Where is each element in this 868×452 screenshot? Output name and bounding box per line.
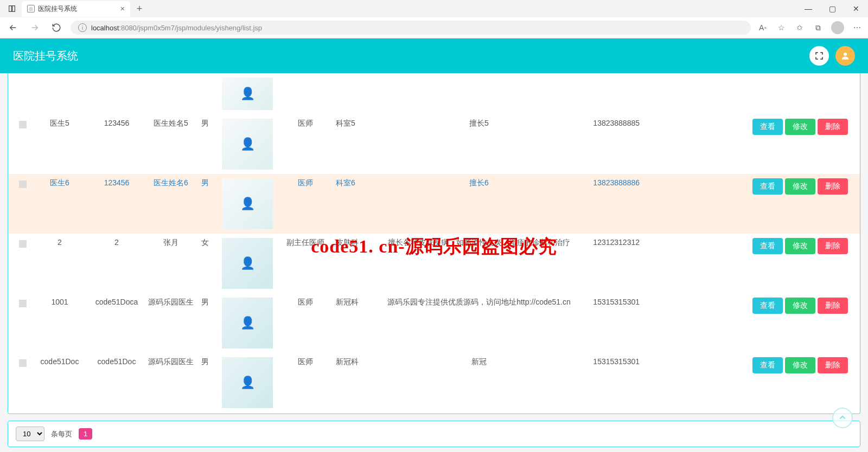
profile-avatar-icon[interactable]	[831, 21, 844, 34]
page-number-1[interactable]: 1	[79, 428, 92, 440]
svg-point-2	[844, 53, 847, 56]
cell-title: 医师	[278, 353, 333, 412]
cell-specialty: 新冠	[376, 353, 582, 412]
table-row: 医生6123456医生姓名6男👤医师科室6擅长613823888886查看修改删…	[8, 174, 860, 234]
window-minimize-icon[interactable]: —	[796, 0, 820, 17]
view-button[interactable]: 查看	[752, 298, 783, 314]
view-button[interactable]: 查看	[752, 238, 783, 254]
table-row: code51Doccode51Doc源码乐园医生男👤医师新冠科新冠1531531…	[8, 353, 860, 412]
doctor-photo: 👤	[222, 78, 273, 110]
page-size-select[interactable]: 10	[16, 427, 44, 441]
cell-dept: 科室6	[333, 174, 376, 234]
cell-gender: 男	[198, 114, 219, 174]
view-button[interactable]: 查看	[752, 119, 783, 135]
delete-button[interactable]: 删除	[818, 238, 848, 254]
app-header: 医院挂号系统	[0, 38, 868, 73]
nav-back-button[interactable]	[5, 20, 21, 35]
delete-button[interactable]: 删除	[818, 119, 848, 135]
window-maximize-icon[interactable]: ▢	[820, 0, 844, 17]
cell-password: code51Doca	[90, 293, 144, 353]
cell-specialty: 擅长5	[376, 114, 582, 174]
doctor-photo: 👤	[222, 178, 273, 229]
app-title: 医院挂号系统	[13, 49, 78, 63]
table-row: 22张月女👤副主任医师皮肤科擅长各种皮肤疾病，如脂溢性皮炎，湿疹的诊断和治疗12…	[8, 234, 860, 293]
tab-title: 医院挂号系统	[38, 4, 77, 14]
cell-dept: 新冠科	[333, 353, 376, 412]
cell-account: 1001	[30, 293, 90, 353]
cell-dept: 皮肤科	[333, 234, 376, 293]
favorite-icon[interactable]: ☆	[776, 22, 787, 33]
browser-chrome: ◎ 医院挂号系统 × + — ▢ ✕ i localhost:8080/jspm…	[0, 0, 868, 38]
read-aloud-icon[interactable]: A»	[757, 22, 768, 33]
row-checkbox[interactable]	[19, 300, 27, 307]
tab-favicon-icon: ◎	[27, 5, 35, 12]
svg-rect-1	[12, 6, 15, 12]
row-checkbox[interactable]	[19, 359, 27, 367]
row-checkbox[interactable]	[19, 180, 27, 188]
cell-specialty: 源码乐园专注提供优质源码，访问地址http://code51.cn	[376, 293, 582, 353]
delete-button[interactable]: 删除	[818, 357, 848, 373]
edit-button[interactable]: 修改	[785, 119, 815, 135]
fullscreen-button[interactable]	[809, 46, 829, 66]
cell-account: 医生5	[30, 114, 90, 174]
browser-tab[interactable]: ◎ 医院挂号系统 ×	[22, 1, 130, 17]
edit-button[interactable]: 修改	[785, 357, 815, 373]
view-button[interactable]: 查看	[752, 178, 783, 195]
table-row: 医生5123456医生姓名5男👤医师科室5擅长513823888885查看修改删…	[8, 114, 860, 174]
cell-phone: 15315315301	[582, 293, 653, 353]
cell-name: 医生姓名5	[144, 114, 198, 174]
cell-dept: 新冠科	[333, 293, 376, 353]
collections-icon[interactable]: ⧉	[813, 22, 824, 33]
pagination: 10 条每页 1	[8, 421, 860, 447]
page-size-label: 条每页	[51, 429, 72, 439]
doctor-photo: 👤	[222, 119, 273, 170]
cell-specialty: 擅长6	[376, 174, 582, 234]
nav-forward-button	[27, 20, 42, 35]
doctor-photo: 👤	[222, 238, 273, 289]
table-row: 👤	[8, 73, 860, 114]
edit-button[interactable]: 修改	[785, 238, 815, 254]
svg-rect-0	[9, 6, 12, 12]
cell-gender: 男	[198, 174, 219, 234]
cell-gender: 女	[198, 234, 219, 293]
edit-button[interactable]: 修改	[785, 178, 815, 195]
cell-dept: 科室5	[333, 114, 376, 174]
cell-specialty: 擅长各种皮肤疾病，如脂溢性皮炎，湿疹的诊断和治疗	[376, 234, 582, 293]
url-text: localhost:8080/jspm0x5m7/jsp/modules/yis…	[91, 24, 262, 32]
cell-gender: 男	[198, 293, 219, 353]
nav-refresh-button[interactable]	[49, 20, 64, 35]
cell-title: 副主任医师	[278, 234, 333, 293]
cell-phone: 13823888886	[582, 174, 653, 234]
cell-title: 医师	[278, 114, 333, 174]
table-row: 1001code51Doca源码乐园医生男👤医师新冠科源码乐园专注提供优质源码，…	[8, 293, 860, 353]
cell-phone: 15315315301	[582, 353, 653, 412]
cell-name: 医生姓名6	[144, 174, 198, 234]
address-bar[interactable]: i localhost:8080/jspm0x5m7/jsp/modules/y…	[71, 21, 751, 35]
favorites-bar-icon[interactable]: ✩	[794, 22, 805, 33]
cell-password: 123456	[90, 114, 144, 174]
cell-password: 2	[90, 234, 144, 293]
settings-menu-icon[interactable]: ⋯	[852, 22, 863, 33]
scroll-to-top-button[interactable]	[832, 408, 853, 428]
edit-button[interactable]: 修改	[785, 298, 815, 314]
cell-account: 医生6	[30, 174, 90, 234]
cell-title: 医师	[278, 174, 333, 234]
tab-close-icon[interactable]: ×	[120, 4, 125, 13]
view-button[interactable]: 查看	[752, 357, 783, 373]
cell-name: 源码乐园医生	[144, 353, 198, 412]
user-menu-button[interactable]	[835, 46, 855, 66]
cell-account: code51Doc	[30, 353, 90, 412]
site-info-icon[interactable]: i	[78, 23, 87, 32]
new-tab-button[interactable]: +	[132, 3, 146, 15]
cell-name: 张月	[144, 234, 198, 293]
cell-title: 医师	[278, 293, 333, 353]
cell-name: 源码乐园医生	[144, 293, 198, 353]
row-checkbox[interactable]	[19, 121, 27, 128]
doctor-table: 👤医生5123456医生姓名5男👤医师科室5擅长513823888885查看修改…	[8, 73, 860, 414]
tab-actions-icon[interactable]	[4, 2, 20, 15]
delete-button[interactable]: 删除	[818, 178, 848, 195]
row-checkbox[interactable]	[19, 240, 27, 248]
doctor-photo: 👤	[222, 357, 273, 408]
window-close-icon[interactable]: ✕	[844, 0, 868, 17]
delete-button[interactable]: 删除	[818, 298, 848, 314]
